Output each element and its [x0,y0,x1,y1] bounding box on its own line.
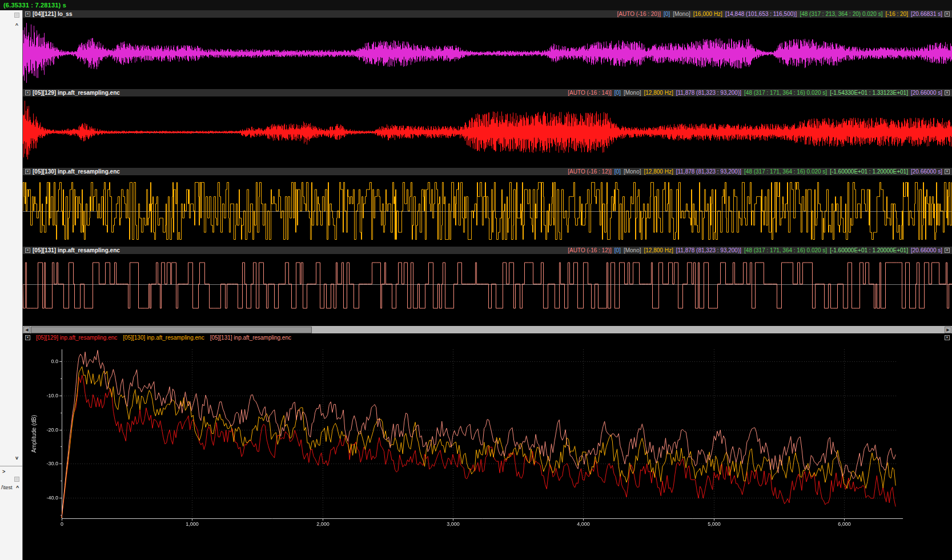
track-info-segment: [20.66831 s] [911,11,942,17]
track-info: [AUTO (-16 : 12)][0][Mono][12,800 Hz][11… [565,168,942,175]
track-info: [AUTO (-16 : 20)][0][Mono][16,000 Hz][14… [614,11,942,18]
spectrum-panel: [05][129] inp.aft_resampling.enc [05][13… [23,333,952,560]
track-info-segment: [12,800 Hz] [644,247,673,253]
legend-item: [05][130] inp.aft_resampling.enc [123,334,204,341]
track-info-segment: [AUTO (-16 : 12)] [568,247,612,253]
track-info-segment: [0] [664,11,670,17]
track-panel: [04][121] lo_ss [AUTO (-16 : 20)][0][Mon… [23,10,952,89]
close-icon[interactable] [945,11,950,17]
file-path-item[interactable]: /\test ^ [1,485,19,490]
track-info-segment: [20.66000 s] [911,168,942,175]
track-header: [05][130] inp.aft_resampling.enc [AUTO (… [23,168,952,175]
track-header: [05][131] inp.aft_resampling.enc [AUTO (… [23,247,952,254]
track-info-segment: [Mono] [624,168,641,175]
track-info-segment: [Mono] [673,11,690,17]
close-icon[interactable] [14,13,19,18]
close-icon[interactable] [25,335,30,340]
prompt-label: > [2,469,5,474]
selection-readout-bar: (6.35331 : 7.28131) s [0,0,952,10]
app-window: (6.35331 : 7.28131) s ^ v > /\test ^ [04… [0,0,952,560]
track-info-segment: [0] [614,90,621,96]
track-title[interactable]: [05][129] inp.aft_resampling.enc [33,90,120,96]
scroll-down-icon[interactable]: v [15,456,18,461]
close-icon[interactable] [25,90,30,95]
track-info-segment: [16,000 Hz] [693,11,722,17]
track-info-segment: [20.66000 s] [911,90,942,96]
track-info-segment: [-1.60000E+01 : 1.20000E+01] [830,168,908,175]
track-panel: [05][130] inp.aft_resampling.enc [AUTO (… [23,168,952,247]
track-panel: [05][129] inp.aft_resampling.enc [AUTO (… [23,89,952,168]
track-info-segment: [AUTO (-16 : 14)] [568,90,612,96]
track-info-segment: [11,878 (81,323 : 93,200)] [676,90,741,96]
track-info-segment: [48 (317 : 213, 364 : 20) 0.020 s] [800,11,882,17]
track-info-segment: [AUTO (-16 : 12)] [568,168,612,175]
track-info-segment: [48 (317 : 171, 364 : 16) 0.020 s] [744,90,827,96]
horizontal-scrollbar[interactable] [23,325,952,333]
track-info-segment: [48 (317 : 171, 364 : 16) 0.020 s] [744,168,827,175]
waveform-canvas[interactable] [23,96,952,168]
track-info-segment: [20.66000 s] [911,247,942,253]
collapse-caret-icon[interactable]: ^ [16,485,19,490]
close-icon[interactable] [25,11,30,17]
legend-item: [05][131] inp.aft_resampling.enc [210,334,291,341]
close-icon[interactable] [25,248,30,253]
track-title[interactable]: [04][121] lo_ss [33,11,72,18]
track-info-segment: [-16 : 20] [885,11,907,17]
close-icon[interactable] [945,248,950,253]
track-title[interactable]: [05][131] inp.aft_resampling.enc [33,247,120,254]
track-header: [04][121] lo_ss [AUTO (-16 : 20)][0][Mon… [23,10,952,18]
track-info-segment: [11,878 (81,323 : 93,200)] [676,168,741,175]
close-icon[interactable] [945,90,950,95]
track-info: [AUTO (-16 : 14)][0][Mono][12,800 Hz][11… [565,90,942,96]
scroll-right-icon[interactable] [945,327,951,333]
track-info-segment: [AUTO (-16 : 20)] [617,11,661,17]
scroll-up-icon[interactable]: ^ [15,23,18,28]
waveform-canvas[interactable] [23,254,952,325]
track-info-segment: [Mono] [624,247,641,253]
selection-range-label: (6.35331 : 7.28131) s [3,2,66,9]
track-panel: [05][131] inp.aft_resampling.enc [AUTO (… [23,247,952,325]
track-title[interactable]: [05][130] inp.aft_resampling.enc [33,168,120,175]
track-info-segment: [12,800 Hz] [644,90,673,96]
close-icon[interactable] [25,169,30,174]
sidebar-divider [0,466,22,466]
legend-item: [05][129] inp.aft_resampling.enc [36,334,117,341]
track-info-segment: [14,848 (101,653 : 116,500)] [725,11,797,17]
scrollbar-thumb[interactable] [31,327,312,333]
scroll-left-icon[interactable] [23,327,30,333]
sidebar: ^ v > /\test ^ [0,10,23,560]
track-header: [05][129] inp.aft_resampling.enc [AUTO (… [23,89,952,96]
tracks-area: [04][121] lo_ss [AUTO (-16 : 20)][0][Mon… [23,10,952,560]
waveform-canvas[interactable] [23,175,952,247]
track-info-segment: [11,878 (81,323 : 93,200)] [676,247,741,253]
main-area: ^ v > /\test ^ [04][121] lo_ss [AUTO (-1… [0,10,952,560]
track-info: [AUTO (-16 : 12)][0][Mono][12,800 Hz][11… [565,247,942,254]
close-icon[interactable] [14,477,19,482]
track-info-segment: [-1.60000E+01 : 1.20000E+01] [830,247,908,253]
spectrum-header: [05][129] inp.aft_resampling.enc [05][13… [23,333,952,341]
track-info-segment: [48 (317 : 171, 364 : 16) 0.020 s] [744,247,827,253]
close-icon[interactable] [945,169,950,174]
track-info-segment: [12,800 Hz] [644,168,673,175]
waveform-canvas[interactable] [23,18,952,89]
track-info-segment: [0] [614,168,621,175]
spectrum-canvas[interactable] [23,341,952,560]
track-info-segment: [-1.54330E+01 : 1.33123E+01] [830,90,908,96]
track-info-segment: [Mono] [624,90,641,96]
file-path-label: /\test [1,485,13,490]
track-info-segment: [0] [614,247,621,253]
close-icon[interactable] [945,335,950,340]
